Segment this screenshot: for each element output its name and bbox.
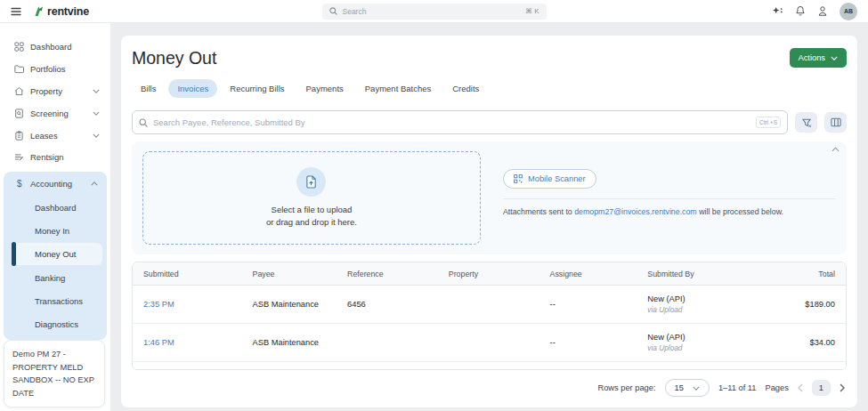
submitted-via: via Upload bbox=[647, 343, 765, 352]
table-row: 1:46 PM ASB Maintenance -- New (API) via… bbox=[133, 324, 846, 362]
sidebar-subitem-accounting-dashboard[interactable]: Dashboard bbox=[4, 196, 107, 219]
search-shortcut-badge: Ctrl +S bbox=[756, 117, 781, 128]
sidebar-item-label: Portfolios bbox=[30, 64, 100, 74]
pagination-bar: Rows per page: 15 1–11 of 11 Pages 1 bbox=[132, 372, 847, 402]
column-header-reference: Reference bbox=[337, 270, 438, 278]
chevron-down-icon bbox=[93, 89, 100, 93]
chevron-down-icon bbox=[93, 111, 100, 116]
submitted-time-link[interactable]: 1:46 PM bbox=[143, 338, 174, 347]
sidebar-item-label: Rentsign bbox=[30, 152, 100, 162]
tab-invoices[interactable]: Invoices bbox=[168, 79, 217, 98]
title-row: Money Out Actions bbox=[132, 48, 847, 68]
tab-credits[interactable]: Credits bbox=[443, 79, 488, 98]
table-search: Ctrl +S bbox=[132, 110, 788, 134]
support-person-icon[interactable] bbox=[817, 5, 828, 17]
column-header-submitted-by: Submitted By bbox=[637, 270, 765, 278]
collapse-panel-button[interactable] bbox=[831, 147, 840, 152]
tab-payments[interactable]: Payments bbox=[297, 79, 353, 98]
column-header-assignee: Assignee bbox=[539, 270, 637, 278]
sidebar-item-label: Leases bbox=[30, 131, 86, 141]
global-search[interactable]: Search ⌘ K bbox=[322, 4, 547, 20]
qr-code-icon bbox=[514, 174, 523, 183]
rentvine-logo-icon bbox=[34, 5, 44, 17]
actions-button[interactable]: Actions bbox=[790, 48, 848, 68]
money-out-tabs: Bills Invoices Recurring Bills Payments … bbox=[132, 79, 847, 98]
sidebar-item-screening[interactable]: Screening bbox=[0, 102, 110, 125]
pages-label: Pages bbox=[765, 383, 788, 392]
sidebar-item-label: Screening bbox=[30, 109, 86, 118]
page-title: Money Out bbox=[132, 48, 216, 68]
attachments-email-link[interactable]: demopm27@invoices.rentvine.com bbox=[574, 207, 697, 216]
sidebar-subitem-banking[interactable]: Banking bbox=[4, 266, 107, 289]
sidebar-subitem-label: Banking bbox=[35, 273, 65, 283]
global-search-shortcut: ⌘ K bbox=[525, 7, 539, 15]
sidebar-item-rentsign[interactable]: Rentsign bbox=[0, 146, 110, 168]
topbar-actions: AB bbox=[772, 3, 857, 20]
menu-icon[interactable] bbox=[11, 7, 21, 16]
dropzone-text: Select a file to upload or drag and drop… bbox=[266, 204, 357, 230]
folder-icon bbox=[14, 64, 24, 74]
column-header-payee: Payee bbox=[242, 270, 337, 278]
logo[interactable]: rentvine bbox=[34, 5, 89, 18]
sidebar-subitem-transactions[interactable]: Transactions bbox=[4, 289, 107, 312]
search-icon bbox=[329, 7, 337, 15]
invoices-table: Submitted Payee Reference Property Assig… bbox=[132, 262, 847, 370]
topbar: rentvine Search ⌘ K AB bbox=[0, 0, 868, 23]
tab-recurring-bills[interactable]: Recurring Bills bbox=[221, 79, 293, 98]
tab-bills[interactable]: Bills bbox=[132, 79, 165, 98]
house-icon bbox=[14, 86, 24, 96]
page-number-button[interactable]: 1 bbox=[812, 380, 831, 396]
search-icon bbox=[139, 118, 148, 127]
cell-total: $189.00 bbox=[765, 300, 846, 309]
notifications-bell-icon[interactable] bbox=[795, 5, 806, 17]
user-avatar[interactable]: AB bbox=[840, 3, 857, 20]
signature-icon bbox=[14, 152, 24, 162]
sidebar-item-property[interactable]: Property bbox=[0, 80, 110, 102]
sidebar-item-label: Dashboard bbox=[30, 42, 100, 52]
cell-payee: ASB Maintenance bbox=[242, 338, 337, 347]
dashboard-grid-icon bbox=[14, 42, 24, 52]
next-page-icon[interactable] bbox=[840, 383, 845, 392]
cell-assignee: -- bbox=[539, 300, 637, 309]
cell-reference: 6456 bbox=[337, 300, 438, 309]
filter-button[interactable] bbox=[795, 112, 817, 133]
submitted-via: via Upload bbox=[647, 305, 765, 314]
table-footer-strip bbox=[133, 362, 846, 369]
file-dropzone[interactable]: Select a file to upload or drag and drop… bbox=[142, 151, 481, 245]
search-input[interactable] bbox=[153, 117, 750, 127]
column-header-property: Property bbox=[438, 270, 539, 278]
columns-button[interactable] bbox=[824, 112, 847, 133]
cell-submitted-by: New (API) via Upload bbox=[637, 294, 765, 314]
clipboard-icon bbox=[14, 131, 24, 141]
sidebar-subitem-label: Diagnostics bbox=[35, 319, 78, 329]
sidebar-accounting-section: $ Accounting Dashboard Money In Money Ou… bbox=[4, 172, 107, 340]
previous-page-icon[interactable] bbox=[798, 383, 803, 392]
document-search-icon bbox=[14, 109, 24, 118]
sidebar-subitem-diagnostics[interactable]: Diagnostics bbox=[4, 312, 107, 335]
global-search-placeholder: Search bbox=[343, 7, 520, 16]
rows-per-page-select[interactable]: 15 bbox=[665, 379, 710, 397]
file-upload-icon bbox=[305, 175, 317, 189]
sidebar-item-accounting[interactable]: $ Accounting bbox=[4, 172, 107, 196]
upload-panel: Select a file to upload or drag and drop… bbox=[132, 141, 847, 254]
money-out-card: Money Out Actions Bills Invoices Recurri… bbox=[121, 36, 857, 407]
mobile-scanner-button[interactable]: Mobile Scanner bbox=[503, 169, 596, 189]
chevron-down-icon bbox=[93, 133, 100, 138]
sidebar-subitem-money-in[interactable]: Money In bbox=[4, 219, 107, 242]
upload-icon-circle bbox=[296, 167, 326, 197]
sidebar-item-dashboard[interactable]: Dashboard bbox=[0, 36, 110, 58]
sidebar-subitem-money-out[interactable]: Money Out bbox=[12, 243, 102, 265]
sidebar-item-leases[interactable]: Leases bbox=[0, 125, 110, 147]
tab-payment-batches[interactable]: Payment Batches bbox=[356, 79, 440, 98]
ai-sparkle-icon[interactable] bbox=[772, 6, 783, 16]
panel-divider bbox=[503, 198, 836, 199]
cell-submitted-by: New (API) via Upload bbox=[637, 333, 765, 352]
column-header-submitted: Submitted bbox=[133, 270, 242, 278]
pagination-range: 1–11 of 11 bbox=[718, 383, 757, 392]
attachments-note: Attachments sent to demopm27@invoices.re… bbox=[503, 207, 836, 216]
sidebar: Dashboard Portfolios Property Screening bbox=[0, 23, 110, 411]
table-header-row: Submitted Payee Reference Property Assig… bbox=[133, 262, 846, 286]
submitted-time-link[interactable]: 2:35 PM bbox=[143, 300, 174, 309]
dollar-icon: $ bbox=[17, 179, 24, 189]
sidebar-item-portfolios[interactable]: Portfolios bbox=[0, 58, 110, 80]
